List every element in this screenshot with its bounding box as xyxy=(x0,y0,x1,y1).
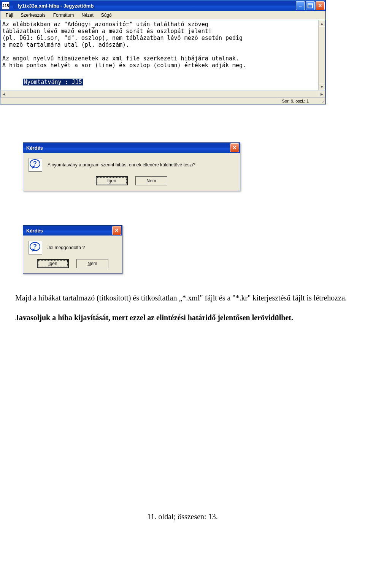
resize-grip-icon[interactable] xyxy=(320,99,325,103)
minimize-button[interactable] xyxy=(296,1,305,10)
question-icon: ? xyxy=(29,241,42,254)
dialog1-close-button[interactable]: × xyxy=(230,143,239,152)
dialog2-title: Kérdés xyxy=(26,228,43,234)
question-icon: ? xyxy=(29,158,42,172)
horizontal-scrollbar[interactable]: ◀ ▶ xyxy=(0,90,325,98)
menubar: Fájl Szerkesztés Formátum Nézet Súgó xyxy=(0,11,325,20)
status-cursor-position: Sor: 9, oszl.: 1 xyxy=(279,99,318,103)
titlebar[interactable]: J15 _fy1tx33a.xml-hiba - Jegyzettömb xyxy=(0,0,325,11)
app-icon: J15 xyxy=(2,2,10,9)
scroll-right-icon[interactable]: ▶ xyxy=(319,91,325,97)
menu-edit[interactable]: Szerkesztés xyxy=(17,12,49,19)
dialog1-yes-button[interactable]: Igen xyxy=(96,176,128,185)
maximize-button[interactable] xyxy=(306,1,315,10)
dialog1-message: A nyomtatvány a program szerint hibás, e… xyxy=(48,162,195,168)
menu-view[interactable]: Nézet xyxy=(78,12,97,19)
dialog1-title: Kérdés xyxy=(26,145,43,151)
selected-line-1: Nyomtatvány : J15 xyxy=(23,79,83,85)
text-plain: Az alábbiakban az "Adóügyi_azonosító=" u… xyxy=(2,21,324,69)
dialog2-yes-button[interactable]: Igen xyxy=(37,259,69,268)
menu-help[interactable]: Súgó xyxy=(97,12,116,19)
vertical-scrollbar[interactable]: ▲ ▼ xyxy=(318,20,325,90)
doc-paragraph-2: Javasoljuk a hiba kijavítását, mert ezze… xyxy=(15,313,350,322)
page-number: 11. oldal; összesen: 13. xyxy=(0,512,365,521)
text-area[interactable]: Az alábbiakban az "Adóügyi_azonosító=" u… xyxy=(0,20,325,90)
dialog2-titlebar[interactable]: Kérdés × xyxy=(23,226,122,236)
notepad-window: J15 _fy1tx33a.xml-hiba - Jegyzettömb Fáj… xyxy=(0,0,326,104)
doc-paragraph-1: Majd a hibákat tartalmazó (titkosított) … xyxy=(15,293,350,303)
dialog1-titlebar[interactable]: Kérdés × xyxy=(23,143,240,153)
scroll-up-icon[interactable]: ▲ xyxy=(319,20,325,27)
confirm-dialog-2: Kérdés × ? Jól meggondolta ? Igen Nem xyxy=(23,225,122,274)
window-title: _fy1tx33a.xml-hiba - Jegyzettömb xyxy=(13,3,95,9)
menu-file[interactable]: Fájl xyxy=(2,12,17,19)
dialog1-no-button[interactable]: Nem xyxy=(135,176,167,185)
statusbar: Sor: 9, oszl.: 1 xyxy=(0,98,325,104)
text-selection: Nyomtatvány : J15 A mező kötelezően kitö… xyxy=(2,72,324,90)
dialog2-no-button[interactable]: Nem xyxy=(76,259,108,268)
dialog2-message: Jól meggondolta ? xyxy=(48,245,85,250)
scroll-down-icon[interactable]: ▼ xyxy=(319,84,325,90)
scroll-left-icon[interactable]: ◀ xyxy=(1,91,7,97)
confirm-dialog-1: Kérdés × ? A nyomtatvány a program szeri… xyxy=(23,142,240,191)
menu-format[interactable]: Formátum xyxy=(49,12,78,19)
dialog2-close-button[interactable]: × xyxy=(112,226,121,235)
close-button[interactable] xyxy=(316,1,325,10)
